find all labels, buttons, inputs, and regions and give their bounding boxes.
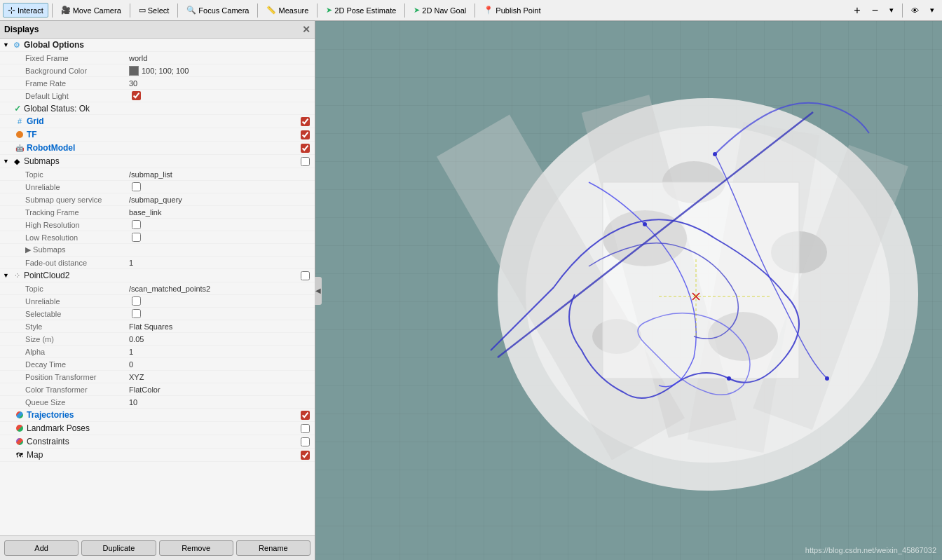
- main-layout: Displays ✕ ▼ ⚙ Global Options Fixed Fram…: [0, 21, 942, 560]
- pc2-topic-row: Topic /scan_matched_points2: [0, 282, 315, 295]
- pc2-decay-value[interactable]: 0: [129, 360, 312, 369]
- pc2-size-value[interactable]: 0.05: [129, 335, 312, 343]
- landmark-poses-row[interactable]: Landmark Poses: [0, 422, 315, 435]
- pc2-alpha-label: Alpha: [3, 348, 129, 356]
- minus-button[interactable]: −: [867, 4, 883, 18]
- submaps-fadeout-value[interactable]: 1: [129, 259, 312, 267]
- tf-label: TF: [25, 130, 163, 139]
- submaps-topic-value[interactable]: /submap_list: [129, 170, 312, 179]
- duplicate-button[interactable]: Duplicate: [81, 540, 156, 556]
- submaps-highres-label: High Resolution: [3, 221, 129, 229]
- pc2-alpha-value[interactable]: 1: [129, 348, 312, 356]
- add-display-button[interactable]: +: [849, 4, 865, 18]
- interact-button[interactable]: ⊹ Interact: [3, 3, 48, 18]
- focus-camera-button[interactable]: 🔍 Focus Camera: [182, 4, 254, 17]
- tf-row[interactable]: TF: [0, 128, 315, 142]
- pc2-style-value[interactable]: Flat Squares: [129, 322, 312, 331]
- add-button[interactable]: Add: [4, 540, 78, 556]
- pc2-unreliable-checkbox[interactable]: [132, 296, 141, 306]
- eye-arrow-button[interactable]: ▾: [925, 4, 939, 17]
- default-light-checkbox[interactable]: [132, 91, 141, 100]
- map-checkbox[interactable]: [301, 451, 310, 460]
- sep7: [475, 4, 475, 18]
- displays-header: Displays ✕: [0, 21, 315, 39]
- constraints-checkbox[interactable]: [301, 437, 310, 446]
- submaps-expand[interactable]: ▼: [3, 158, 11, 165]
- sep8: [902, 4, 903, 18]
- pc2-selectable-row: Selectable: [0, 308, 315, 320]
- panel-collapse-handle[interactable]: ◀: [315, 277, 322, 305]
- svg-point-18: [825, 376, 829, 381]
- submaps-tracking-value[interactable]: base_link: [129, 208, 312, 217]
- submaps-highres-row: High Resolution: [0, 219, 315, 231]
- bottom-buttons: Add Duplicate Remove Rename: [0, 535, 315, 560]
- pointcloud2-row[interactable]: ▼ ⁘ PointCloud2: [0, 269, 315, 282]
- select-button[interactable]: ▭ Select: [134, 4, 175, 17]
- global-options-row[interactable]: ▼ ⚙ Global Options: [0, 39, 315, 52]
- pc2-postransform-value[interactable]: XYZ: [129, 373, 312, 381]
- arrow-down-button[interactable]: ▾: [885, 4, 899, 17]
- background-color-label: Background Color: [3, 67, 129, 75]
- 2d-nav-button[interactable]: ➤ 2D Nav Goal: [409, 4, 471, 17]
- tf-icon: [14, 129, 25, 140]
- 2d-nav-label: 2D Nav Goal: [422, 6, 466, 15]
- robotmodel-row[interactable]: 🤖 RobotModel: [0, 142, 315, 155]
- frame-rate-value[interactable]: 30: [129, 79, 312, 88]
- pc2-topic-label: Topic: [3, 285, 129, 293]
- submaps-lowres-checkbox[interactable]: [132, 233, 141, 242]
- pointcloud2-checkbox[interactable]: [301, 271, 310, 280]
- tree-area[interactable]: ▼ ⚙ Global Options Fixed Frame world Bac…: [0, 39, 315, 535]
- submaps-tracking-label: Tracking Frame: [3, 208, 129, 217]
- robotmodel-checkbox[interactable]: [301, 144, 310, 153]
- submaps-row[interactable]: ▼ ◆ Submaps: [0, 155, 315, 168]
- close-displays-button[interactable]: ✕: [302, 24, 310, 35]
- grid-row[interactable]: # Grid: [0, 115, 315, 128]
- map-row[interactable]: 🗺 Map: [0, 449, 315, 462]
- pc2-postransform-label: Position Transformer: [3, 373, 129, 381]
- pc2-style-label: Style: [3, 322, 129, 331]
- trajectories-checkbox[interactable]: [301, 411, 310, 420]
- tf-checkbox[interactable]: [301, 130, 310, 139]
- pc2-colortransform-value[interactable]: FlatColor: [129, 385, 312, 394]
- submaps-tracking-row: Tracking Frame base_link: [0, 206, 315, 219]
- grid-checkbox[interactable]: [301, 117, 310, 126]
- submaps-topic-row: Topic /submap_list: [0, 168, 315, 181]
- 2d-pose-button[interactable]: ➤ 2D Pose Estimate: [321, 4, 401, 17]
- cursor-icon: ⊹: [8, 5, 15, 15]
- trajectories-row[interactable]: Trajectories: [0, 409, 315, 422]
- pc2-postransform-row: Position Transformer XYZ: [0, 371, 315, 383]
- background-color-swatch[interactable]: [129, 66, 139, 76]
- eye-button[interactable]: 👁: [906, 4, 924, 17]
- pc2-selectable-checkbox[interactable]: [132, 309, 141, 318]
- fixed-frame-value[interactable]: world: [129, 54, 312, 62]
- submaps-highres-checkbox[interactable]: [132, 220, 141, 229]
- global-options-icon: ⚙: [11, 39, 22, 50]
- svg-rect-13: [603, 182, 799, 378]
- fixed-frame-row: Fixed Frame world: [0, 52, 315, 64]
- submaps-checkbox[interactable]: [301, 157, 310, 166]
- viewport[interactable]: https://blog.csdn.net/weixin_45867032: [315, 21, 942, 560]
- global-status-row[interactable]: ✓ Global Status: Ok: [0, 102, 315, 115]
- pc2-queue-value[interactable]: 10: [129, 398, 312, 407]
- pose-arrow-icon: ➤: [326, 6, 332, 15]
- background-color-value[interactable]: 100; 100; 100: [142, 67, 189, 75]
- remove-button[interactable]: Remove: [159, 540, 233, 556]
- publish-point-button[interactable]: 📍 Publish Point: [479, 4, 545, 17]
- traj-icon: [14, 409, 25, 421]
- robot-icon: 🤖: [14, 142, 25, 153]
- pc2-topic-value[interactable]: /scan_matched_points2: [129, 285, 312, 293]
- global-options-expand[interactable]: ▼: [3, 41, 11, 48]
- submaps-list-expand[interactable]: ▶ Submaps: [3, 245, 129, 254]
- 2d-pose-label: 2D Pose Estimate: [334, 6, 396, 15]
- select-box-icon: ▭: [139, 6, 146, 15]
- landmark-poses-checkbox[interactable]: [301, 424, 310, 433]
- submaps-fadeout-label: Fade-out distance: [3, 259, 129, 267]
- rename-button[interactable]: Rename: [236, 540, 310, 556]
- measure-button[interactable]: 📏 Measure: [261, 4, 313, 17]
- submaps-unreliable-checkbox[interactable]: [132, 182, 141, 191]
- pointcloud2-expand[interactable]: ▼: [3, 272, 11, 279]
- submaps-query-value[interactable]: /submap_query: [129, 196, 312, 204]
- pointcloud2-label: PointCloud2: [22, 271, 161, 280]
- constraints-row[interactable]: Constraints: [0, 435, 315, 449]
- move-camera-button[interactable]: 🎥 Move Camera: [56, 4, 126, 17]
